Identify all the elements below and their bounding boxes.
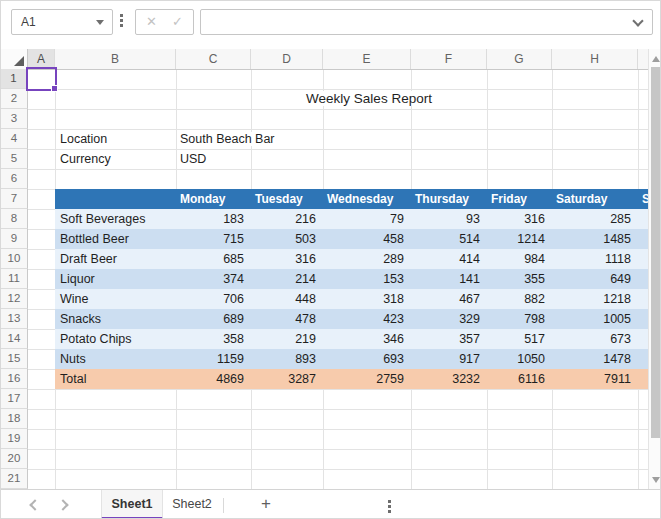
column-header-E[interactable]: E (323, 49, 411, 69)
cell-E12[interactable]: 318 (325, 289, 404, 309)
cell-G14[interactable]: 517 (489, 329, 545, 349)
scroll-up-icon[interactable] (652, 56, 660, 62)
cell-E9[interactable]: 458 (325, 229, 404, 249)
cell-D12[interactable]: 448 (253, 289, 316, 309)
row-header-21[interactable]: 21 (1, 469, 28, 489)
cell-C15[interactable]: 1159 (178, 349, 244, 369)
cell-H14[interactable]: 673 (554, 329, 631, 349)
row-header-16[interactable]: 16 (1, 369, 28, 389)
cell-C14[interactable]: 358 (178, 329, 244, 349)
cancel-icon[interactable]: ✕ (139, 10, 165, 34)
formula-input[interactable] (200, 9, 653, 35)
column-header-G[interactable]: G (487, 49, 552, 69)
cell-G16[interactable]: 6116 (489, 369, 545, 389)
tabbar-drag-handle-icon[interactable] (388, 500, 392, 515)
column-header-B[interactable]: B (55, 49, 176, 69)
cell-C12[interactable]: 706 (178, 289, 244, 309)
cell-B9[interactable]: Bottled Beer (60, 229, 129, 249)
cell-E11[interactable]: 153 (325, 269, 404, 289)
row-header-9[interactable]: 9 (1, 229, 28, 249)
cell-D16[interactable]: 3287 (253, 369, 316, 389)
cell-H8[interactable]: 285 (554, 209, 631, 229)
vertical-scroll-thumb[interactable] (651, 67, 660, 438)
column-header-D[interactable]: D (251, 49, 323, 69)
cell-B5[interactable]: Currency (60, 149, 111, 169)
cell-H7[interactable]: Saturday (556, 189, 607, 209)
row-header-17[interactable]: 17 (1, 389, 28, 409)
row-header-5[interactable]: 5 (1, 149, 28, 169)
row-header-12[interactable]: 12 (1, 289, 28, 309)
add-sheet-button[interactable]: + (253, 490, 279, 519)
cell-C9[interactable]: 715 (178, 229, 244, 249)
column-header-C[interactable]: C (176, 49, 251, 69)
row-header-15[interactable]: 15 (1, 349, 28, 369)
column-header-H[interactable]: H (552, 49, 638, 69)
cell-C10[interactable]: 685 (178, 249, 244, 269)
cell-D13[interactable]: 478 (253, 309, 316, 329)
cell-B14[interactable]: Potato Chips (60, 329, 132, 349)
vertical-scrollbar[interactable] (648, 49, 661, 489)
cell-G8[interactable]: 316 (489, 209, 545, 229)
cell-E15[interactable]: 693 (325, 349, 404, 369)
name-box[interactable]: A1 (11, 9, 113, 35)
row-header-7[interactable]: 7 (1, 189, 28, 209)
cell-H15[interactable]: 1478 (554, 349, 631, 369)
column-header-I[interactable]: I (638, 49, 648, 69)
row-header-4[interactable]: 4 (1, 129, 28, 149)
cell-D10[interactable]: 316 (253, 249, 316, 269)
tab-sheet2[interactable]: Sheet2 (163, 490, 221, 519)
cell-H13[interactable]: 1005 (554, 309, 631, 329)
cell-G12[interactable]: 882 (489, 289, 545, 309)
cell-F7[interactable]: Thursday (415, 189, 469, 209)
cell-E16[interactable]: 2759 (325, 369, 404, 389)
cell-C8[interactable]: 183 (178, 209, 244, 229)
row-header-6[interactable]: 6 (1, 169, 28, 189)
cell-G15[interactable]: 1050 (489, 349, 545, 369)
row-header-3[interactable]: 3 (1, 109, 28, 129)
cell-F16[interactable]: 3232 (413, 369, 480, 389)
cell-C13[interactable]: 689 (178, 309, 244, 329)
formula-expand-icon[interactable] (632, 15, 643, 26)
cell-F8[interactable]: 93 (413, 209, 480, 229)
cell-G10[interactable]: 984 (489, 249, 545, 269)
tab-sheet1[interactable]: Sheet1 (101, 490, 163, 519)
row-header-20[interactable]: 20 (1, 449, 28, 469)
cell-E8[interactable]: 79 (325, 209, 404, 229)
cell-F14[interactable]: 357 (413, 329, 480, 349)
cell-D15[interactable]: 893 (253, 349, 316, 369)
cell-C7[interactable]: Monday (180, 189, 225, 209)
row-header-2[interactable]: 2 (1, 89, 28, 109)
cell-D11[interactable]: 214 (253, 269, 316, 289)
cell-D8[interactable]: 216 (253, 209, 316, 229)
cell-H9[interactable]: 1485 (554, 229, 631, 249)
select-all-corner[interactable] (1, 49, 28, 69)
cell-E7[interactable]: Wednesday (327, 189, 393, 209)
row-header-13[interactable]: 13 (1, 309, 28, 329)
cell-E10[interactable]: 289 (325, 249, 404, 269)
cell-F10[interactable]: 414 (413, 249, 480, 269)
column-header-A[interactable]: A (28, 49, 55, 69)
column-header-F[interactable]: F (411, 49, 487, 69)
cell-B15[interactable]: Nuts (60, 349, 86, 369)
cell-C11[interactable]: 374 (178, 269, 244, 289)
cell-C5[interactable]: USD (180, 149, 206, 169)
cell-B10[interactable]: Draft Beer (60, 249, 117, 269)
cell-D14[interactable]: 219 (253, 329, 316, 349)
sheet-nav-next-icon[interactable] (57, 499, 68, 510)
cell-G7[interactable]: Friday (491, 189, 527, 209)
cell-D7[interactable]: Tuesday (255, 189, 303, 209)
toolbar-drag-handle-icon[interactable] (120, 14, 124, 29)
cell-B13[interactable]: Snacks (60, 309, 101, 329)
cell-F15[interactable]: 917 (413, 349, 480, 369)
cell-G11[interactable]: 355 (489, 269, 545, 289)
cell-B11[interactable]: Liquor (60, 269, 95, 289)
select-all-icon[interactable] (14, 56, 24, 66)
sheet-nav-prev-icon[interactable] (29, 499, 40, 510)
cell-H12[interactable]: 1218 (554, 289, 631, 309)
cell-F13[interactable]: 329 (413, 309, 480, 329)
row-header-8[interactable]: 8 (1, 209, 28, 229)
cell-G9[interactable]: 1214 (489, 229, 545, 249)
row-header-18[interactable]: 18 (1, 409, 28, 429)
row-header-1[interactable]: 1 (1, 69, 28, 89)
cell-E14[interactable]: 346 (325, 329, 404, 349)
